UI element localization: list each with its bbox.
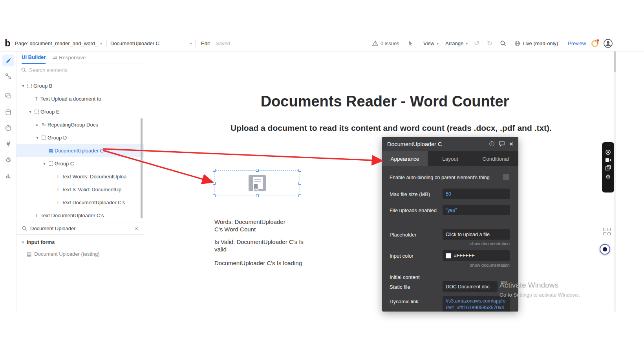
tree-item-group-e[interactable]: ▾ Group E [16,105,144,118]
view-label: View [423,40,434,46]
section-input-forms[interactable]: ▾ Input forms [16,236,144,248]
caret-icon[interactable]: ▸ [35,123,40,127]
resize-handle-sw[interactable] [213,194,216,197]
tab-responsive[interactable]: ⇄ Responsive [53,51,86,64]
page-selector[interactable]: Page: document_reader_and_word_ ▾ [15,35,102,51]
video-camera-icon[interactable] [605,158,611,163]
tree-item-label: RepeatingGroup Docs [48,122,98,128]
pencil-icon [5,57,12,64]
autobind-checkbox[interactable] [503,174,509,180]
resize-handle-n[interactable] [256,169,259,172]
resize-handle-e[interactable] [298,182,301,185]
tab-conditional[interactable]: Conditional [473,151,518,166]
tree-item-text-documentuploader-2[interactable]: T Text DocumentUploader C's [16,209,144,222]
resize-handle-s[interactable] [256,194,259,197]
redo-button[interactable]: ↻ [487,35,492,51]
bubble-logo[interactable]: b [5,35,11,51]
tab-layout[interactable]: Layout [428,151,473,166]
rail-settings-tab[interactable]: ⚙ [2,154,14,166]
divider [195,40,196,47]
dynamic-link-input[interactable]: //s3.amazonaws.com/appforest_uf/f1618905… [443,296,510,312]
user-avatar[interactable] [604,35,613,51]
resize-handle-nw[interactable] [213,169,216,172]
tree-item-text-words[interactable]: T Text Words: DocumentUploa [16,170,144,183]
comment-icon[interactable] [499,141,505,147]
tree-item-text-is-valid[interactable]: T Text Is Valid: DocumentUp [16,183,144,196]
tab-ui-builder[interactable]: UI Builder [22,51,46,64]
caret-icon[interactable]: ▾ [27,110,33,114]
rail-design-tab[interactable] [2,55,14,66]
show-documentation-link[interactable]: show documentation [470,241,510,246]
tree-item-group-d[interactable]: ▾ Group D [16,131,144,144]
rail-database-tab[interactable] [2,106,14,118]
static-file-input[interactable]: DOC Document.doc [443,281,498,292]
rail-styles-tab[interactable] [2,122,14,134]
arrange-menu[interactable]: Arrange ▾ [445,35,468,51]
file-uploads-enabled-input[interactable]: "yes" [443,205,510,215]
issues-count: 0 issues [381,40,399,46]
clear-filter-icon[interactable]: × [135,225,138,232]
canvas-text-words: Words: DocumentUploader C's Word Count [214,218,295,233]
usage-meter-button[interactable] [591,35,600,51]
assistant-widget-button[interactable] [600,244,610,255]
palette-filter-input[interactable] [30,226,132,231]
grid-square [607,232,611,235]
tree-item-group-c[interactable]: ▾ Group C [16,157,144,170]
resize-handle-w[interactable] [213,182,216,185]
undo-button[interactable]: ↺ [474,35,479,51]
apps-grid-button[interactable] [603,228,611,236]
screens-icon[interactable] [605,165,611,171]
caret-icon[interactable]: ▾ [42,161,47,166]
tree-item-label: Text Words: DocumentUploa [62,174,126,180]
assistant-icon [603,247,607,251]
tree-scrollbar[interactable] [141,118,143,218]
gear-icon[interactable]: ⚙ [606,173,611,180]
rail-logs-tab[interactable] [2,170,14,182]
live-status[interactable]: Live (read-only) [514,35,558,51]
max-file-size-input[interactable]: 50 [443,189,510,199]
preview-button[interactable]: Preview [568,35,586,51]
selected-uploader-element[interactable] [214,170,300,196]
search-icon [22,226,27,231]
left-rail: ⚙ [0,51,16,312]
palette-filter: × [16,222,144,235]
close-icon[interactable]: × [509,140,513,148]
issues-button[interactable]: 0 issues [372,35,399,51]
pointer-tool-button[interactable] [408,35,413,51]
tree-item-documentuploader-c[interactable]: ▤ DocumentUploader C [16,144,144,157]
tree-item-label: Group B [33,83,52,89]
tree-item-group-b[interactable]: ▾ Group B [16,79,144,92]
property-editor-tabs: Appearance Layout Conditional [382,151,518,166]
placeholder-input[interactable]: Click to upload a file [443,229,510,240]
element-selector[interactable]: DocumentUploader C ▾ [110,35,192,51]
input-color-value: #FFFFFF [454,253,475,258]
resize-handle-se[interactable] [298,194,301,197]
input-color-input[interactable]: #FFFFFF [443,250,510,261]
search-button[interactable] [500,35,506,51]
palette-item-document-uploader[interactable]: ▤ Document Uploader (testing) [16,248,144,260]
drag-handle-icon[interactable]: ··· [606,143,611,147]
tree-item-repeatinggroup-docs[interactable]: ▸ ↻ RepeatingGroup Docs [16,118,144,131]
top-bar: b Page: document_reader_and_word_ ▾ Docu… [0,35,644,51]
tab-appearance[interactable]: Appearance [382,151,428,166]
rail-workflow-tab[interactable] [2,70,14,82]
tree-item-label: DocumentUploader C [55,148,104,154]
caret-icon[interactable]: ▾ [20,84,26,88]
edit-mode-button[interactable]: Edit [201,35,210,51]
group-icon [40,136,48,140]
color-swatch[interactable] [446,253,451,258]
rail-data-tab[interactable] [2,90,14,102]
view-menu[interactable]: View ▾ [423,35,439,51]
tree-item-text-upload[interactable]: T Text Upload a document to [16,92,144,105]
resize-handle-ne[interactable] [298,169,301,172]
search-elements-input[interactable] [29,67,127,73]
property-editor-header[interactable]: DocumentUploader C ⓘ × [382,137,518,151]
text-icon: T [33,213,40,218]
element-search [16,64,144,76]
caret-icon[interactable]: ▾ [35,136,40,140]
camera-icon[interactable] [605,149,611,155]
info-icon[interactable]: ⓘ [489,141,494,147]
rail-plugins-tab[interactable] [2,138,14,150]
show-documentation-link[interactable]: show documentation [470,263,510,268]
tree-item-text-documentuploader[interactable]: T Text DocumentUploader C's [16,196,144,209]
